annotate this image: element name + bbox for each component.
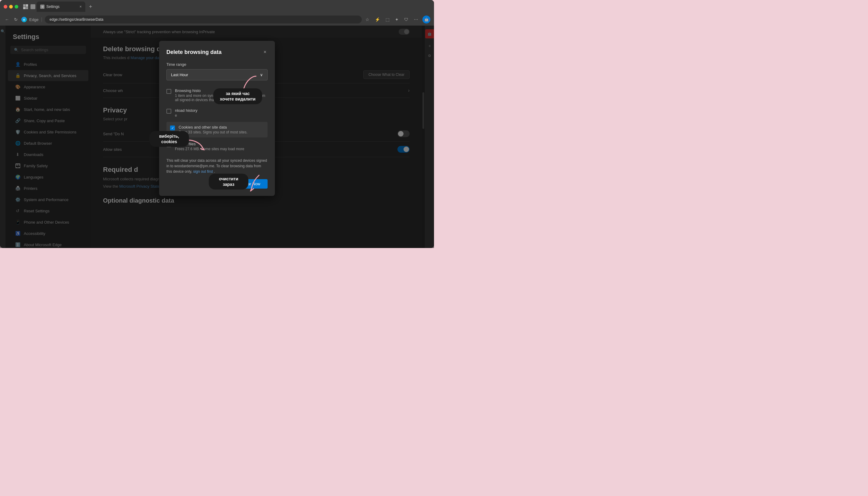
modal-title: Delete browsing data (166, 49, 222, 56)
favorites-icon[interactable]: ☆ (364, 16, 370, 23)
modal-close-btn[interactable]: × (262, 48, 268, 56)
download-history-content: nload history e (175, 108, 198, 118)
download-history-label: nload history (175, 108, 198, 113)
checkbox-cookies[interactable]: Cookies and other site data From 33 site… (166, 122, 268, 137)
cookies-checkbox[interactable] (170, 125, 175, 130)
copilot-btn[interactable]: 🤖 (423, 16, 430, 24)
traffic-lights (4, 5, 18, 9)
favorites-bar-icon[interactable]: ✦ (394, 16, 400, 23)
download-history-checkbox[interactable] (166, 109, 171, 114)
new-tab-btn[interactable]: + (87, 4, 95, 10)
split-screen-icon[interactable]: ⬚ (384, 16, 391, 23)
separator: | (41, 17, 42, 22)
close-button[interactable] (4, 5, 7, 9)
tab-grid-icon (23, 4, 28, 9)
minimize-button[interactable] (9, 5, 13, 9)
sign-out-link[interactable]: sign out first (193, 169, 213, 174)
time-range-label: Time range (166, 62, 268, 67)
tab-close-btn[interactable]: × (79, 4, 82, 9)
cookies-desc: From 33 sites. Signs you out of most sit… (179, 130, 247, 134)
time-range-value: Last Hour (171, 73, 188, 77)
sync-note: This will clear your data across all you… (166, 158, 268, 174)
refresh-btn[interactable]: ↻ (13, 16, 19, 23)
title-bar: ⚙ Settings × + (0, 0, 434, 13)
address-url-bar[interactable]: edge://settings/clearBrowserData (45, 16, 362, 24)
cached-content: Cac nd files Frees 27.6 MB. Some sites m… (175, 142, 244, 151)
more-tools-icon[interactable]: ⋯ (413, 16, 420, 23)
tab-favicon: ⚙ (40, 4, 45, 9)
tab-bar: ⚙ Settings × + (23, 1, 430, 12)
browsing-history-label: Browsing histo (175, 88, 268, 93)
browser-essentials-icon[interactable]: 🛡 (403, 16, 410, 23)
cookies-content: Cookies and other site data From 33 site… (179, 125, 247, 134)
download-history-desc: e (175, 113, 198, 118)
browsing-history-desc: 1 item and more on synced devices. Clear… (175, 94, 268, 102)
clear-now-btn[interactable]: Clear Now (234, 179, 268, 189)
cached-label: Cac nd files (175, 142, 244, 146)
checkbox-browsing-history[interactable]: Browsing histo 1 item and more on synced… (166, 85, 268, 105)
cached-desc: Frees 27.6 MB. Some sites may load more (175, 147, 244, 151)
url-text: edge://settings/clearBrowserData (50, 17, 104, 21)
browsing-history-checkbox[interactable] (166, 89, 171, 94)
checkbox-download-history[interactable]: nload history e (166, 105, 268, 121)
sync-note-text: This will clear your data across all you… (166, 158, 267, 174)
back-btn[interactable]: ← (4, 16, 10, 23)
cookies-label: Cookies and other site data (179, 125, 247, 129)
maximize-button[interactable] (15, 5, 18, 9)
modal-header: Delete browsing data × (166, 48, 268, 56)
modal-footer: Cancel Clear Now (166, 179, 268, 189)
browsing-history-content: Browsing histo 1 item and more on synced… (175, 88, 268, 102)
edge-label: Edge (29, 17, 39, 22)
settings-tab[interactable]: ⚙ Settings × (36, 1, 85, 12)
time-range-chevron-icon: ∨ (260, 73, 263, 77)
address-bar: ← ↻ e Edge | edge://settings/clearBrowse… (0, 13, 434, 26)
tab-title: Settings (46, 4, 59, 9)
collections-icon[interactable]: ⚡ (374, 16, 381, 23)
tab-icon-2 (30, 4, 35, 9)
edge-logo: e (21, 17, 27, 22)
cached-checkbox[interactable] (166, 142, 171, 147)
time-range-select[interactable]: Last Hour ∨ (166, 69, 268, 80)
toolbar-icons: ☆ ⚡ ⬚ ✦ 🛡 ⋯ 🤖 (364, 16, 430, 24)
modal-overlay: Delete browsing data × Time range Last H… (0, 26, 434, 248)
cancel-btn[interactable]: Cancel (206, 179, 231, 189)
delete-browsing-modal: Delete browsing data × Time range Last H… (159, 41, 275, 196)
checkbox-cached[interactable]: Cac nd files Frees 27.6 MB. Some sites m… (166, 139, 268, 154)
sync-period: . (214, 169, 215, 174)
